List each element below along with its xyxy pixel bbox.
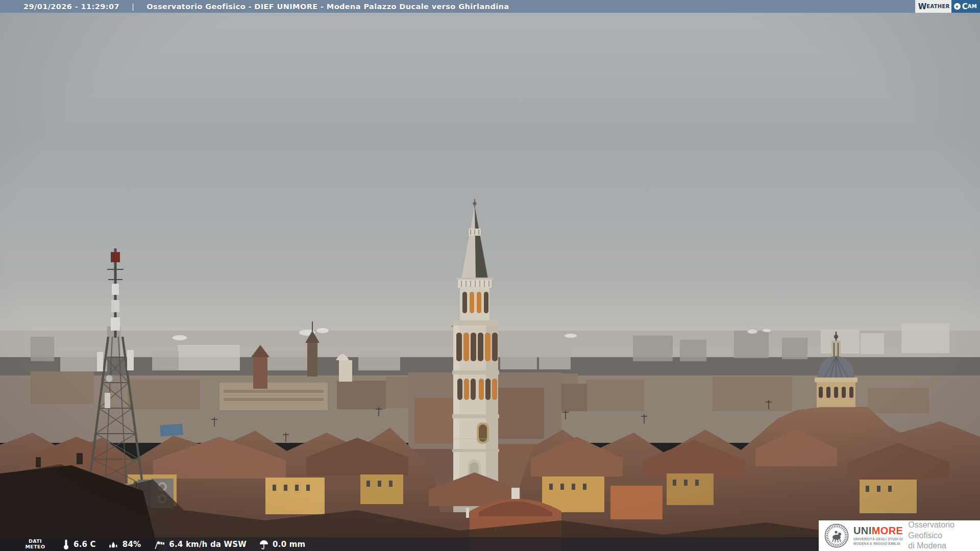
- unimore-subtitle: UNIVERSITÀ DEGLI STUDI DI MODENA E REGGI…: [853, 537, 903, 546]
- weathercam-wordmark-weather: W EATHER: [915, 0, 951, 13]
- unimore-logo: UNIMORE UNIVERSITÀ DEGLI STUDI DI MODENA…: [819, 520, 980, 551]
- separator: |: [132, 3, 134, 11]
- unimore-wordmark: UNIMORE: [853, 525, 903, 536]
- rain-reading: 0.0 mm: [259, 539, 305, 550]
- temperature-reading: 6.6 C: [62, 539, 96, 550]
- observatory-name-line1: Osservatorio Geofisico: [908, 520, 980, 541]
- weathercam-eather: EATHER: [926, 4, 949, 9]
- weathercam-am: AM: [968, 4, 977, 9]
- timestamp: 29/01/2026 - 11:29:07: [23, 3, 119, 11]
- dati-label-line1: DATI: [20, 539, 50, 544]
- wind-value: 6.4 km/h da WSW: [169, 540, 247, 549]
- cityscape-photo: [0, 0, 980, 551]
- weathercam-logo: W EATHER C AM: [915, 0, 980, 13]
- unimore-uni: UNI: [853, 525, 872, 536]
- cityscape-scene: [0, 0, 980, 551]
- rain-icon: [259, 539, 269, 550]
- rain-value: 0.0 mm: [273, 540, 305, 549]
- top-info-bar: 29/01/2026 - 11:29:07 | Osservatorio Geo…: [0, 0, 980, 13]
- vignette: [0, 0, 980, 551]
- dati-meteo-label: DATI METEO: [20, 539, 50, 549]
- weathercam-w: W: [918, 2, 927, 11]
- dati-label-line2: METEO: [20, 544, 50, 549]
- wind-icon: [153, 539, 165, 550]
- humidity-value: 84%: [122, 540, 141, 549]
- unimore-wordmark-block: UNIMORE UNIVERSITÀ DEGLI STUDI DI MODENA…: [853, 525, 903, 546]
- humidity-reading: 84%: [108, 539, 141, 550]
- observatory-name: Osservatorio Geofisico di Modena: [908, 520, 980, 551]
- unimore-subtitle-line2: MODENA E REGGIO EMILIA: [853, 542, 903, 546]
- unimore-more: MORE: [872, 525, 903, 536]
- webcam-view: 29/01/2026 - 11:29:07 | Osservatorio Geo…: [0, 0, 980, 551]
- observatory-name-line2: di Modena: [908, 541, 980, 551]
- webcam-title: Osservatorio Geofisico - DIEF UNIMORE - …: [146, 3, 509, 11]
- weathercam-c: C: [962, 2, 968, 11]
- wind-reading: 6.4 km/h da WSW: [153, 539, 247, 550]
- temperature-value: 6.6 C: [74, 540, 96, 549]
- humidity-icon: [108, 539, 119, 550]
- thermometer-icon: [62, 539, 70, 550]
- unimore-subtitle-line1: UNIVERSITÀ DEGLI STUDI DI: [853, 537, 903, 542]
- camera-lens-icon: [954, 3, 961, 10]
- weathercam-wordmark-cam: C AM: [951, 0, 980, 13]
- unimore-seal-icon: [824, 523, 849, 548]
